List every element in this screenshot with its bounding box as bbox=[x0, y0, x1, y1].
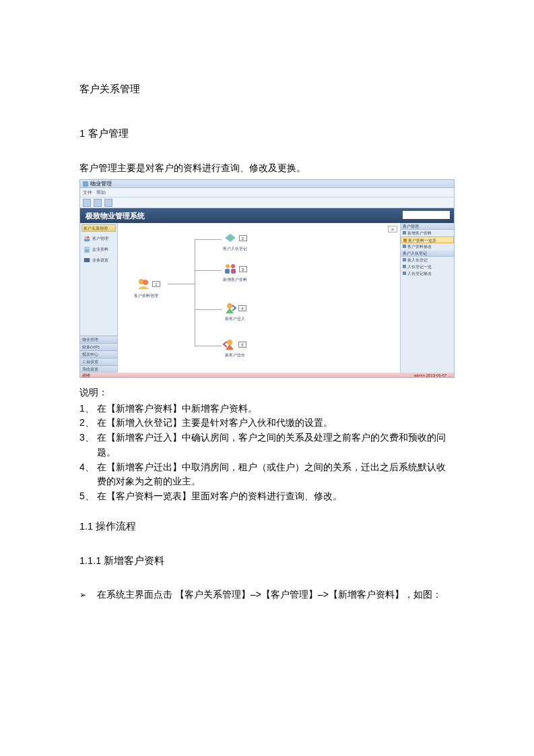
diagram-child-label: 新增客户资料 bbox=[223, 277, 247, 284]
svg-point-8 bbox=[143, 280, 148, 285]
diagram-child-label: 客户入伙登记 bbox=[223, 246, 247, 253]
document-title: 客户关系管理 bbox=[79, 81, 455, 97]
toolbar bbox=[80, 197, 454, 208]
svg-rect-13 bbox=[231, 269, 236, 274]
diagram-child-node[interactable]: 5 新客户迁出 bbox=[223, 338, 246, 359]
gear-icon bbox=[83, 256, 91, 264]
svg-point-14 bbox=[227, 303, 232, 309]
section-1-1-1-heading: 1.1.1 新增客户资料 bbox=[79, 553, 455, 569]
window-titlebar: 物业管理 bbox=[80, 180, 454, 188]
nav-section[interactable]: 物业管理 bbox=[80, 336, 117, 343]
menu-item-file[interactable]: 文件 bbox=[83, 189, 92, 196]
right-item[interactable]: 新入伙登记 bbox=[401, 257, 454, 263]
svg-point-10 bbox=[226, 264, 230, 268]
svg-rect-6 bbox=[84, 258, 90, 262]
svg-point-1 bbox=[87, 237, 90, 239]
users-group-icon bbox=[137, 277, 150, 290]
svg-rect-4 bbox=[86, 248, 87, 249]
search-input[interactable] bbox=[403, 211, 450, 219]
node-badge: 4 bbox=[238, 305, 246, 311]
bullet-arrow-icon: ➢ bbox=[79, 588, 97, 602]
diagram-root-node[interactable]: 1 bbox=[137, 277, 160, 290]
users-icon bbox=[83, 234, 91, 243]
node-badge: 1 bbox=[152, 281, 160, 287]
list-item: 3、在【新增客户迁入】中确认房间，客户之间的关系及处理之前客户的欠费和预收的问题… bbox=[79, 431, 455, 460]
left-panel-header: 客户关系管理 bbox=[81, 224, 116, 232]
diagram-root-label: 客户资料管理 bbox=[134, 293, 158, 300]
svg-rect-3 bbox=[84, 247, 89, 253]
left-sidebar: 客户关系管理 客户管理 企业资料 业务设置 物业管理 财务(VIP) 报表中心 bbox=[80, 223, 118, 373]
expand-button[interactable]: » bbox=[388, 226, 397, 232]
sidebar-item[interactable]: 企业资料 bbox=[81, 244, 116, 255]
sidebar-item-label: 客户管理 bbox=[92, 236, 108, 243]
node-badge: 5 bbox=[238, 342, 246, 348]
sidebar-item-label: 企业资料 bbox=[92, 247, 108, 253]
right-item[interactable]: 入伙登记一览 bbox=[401, 263, 454, 270]
svg-rect-12 bbox=[225, 269, 230, 274]
section-1-heading: 1 客户管理 bbox=[79, 125, 455, 141]
sidebar-item[interactable]: 业务设置 bbox=[81, 255, 116, 265]
section-1-intro: 客户管理主要是对客户的资料进行查询、修改及更换。 bbox=[79, 160, 455, 175]
handshake-icon bbox=[224, 231, 237, 245]
menu-item-help[interactable]: 帮助 bbox=[96, 189, 106, 196]
status-left: 就绪 bbox=[82, 373, 90, 378]
right-item-highlighted[interactable]: 客户资料一览表 bbox=[401, 237, 454, 243]
svg-point-15 bbox=[227, 340, 232, 345]
right-sidebar: 客户管理 新增客户资料 客户资料一览表 客户资料修改 客户入伙登记 新入伙登记 … bbox=[400, 223, 454, 373]
center-canvas: » 1 客户资料管理 2 客户入伙登记 bbox=[118, 223, 400, 373]
svg-point-11 bbox=[231, 264, 235, 268]
app-screenshot: 物业管理 文件 帮助 极致物业管理系统 客户关系管理 客户管理 企业资料 bbox=[79, 179, 455, 378]
list-item: 4、在【新增客户迁出】中取消房间，租户（或住户）之间的关系，迁出之后系统默认收费… bbox=[79, 460, 455, 489]
banner-title: 极致物业管理系统 bbox=[86, 210, 145, 222]
app-banner: 极致物业管理系统 bbox=[80, 208, 454, 223]
right-item[interactable]: 新增客户资料 bbox=[401, 230, 454, 237]
right-group-header[interactable]: 客户管理 bbox=[401, 223, 454, 230]
list-item: 5、在【客户资料一览表】里面对客户的资料进行查询、修改。 bbox=[79, 489, 455, 504]
right-item[interactable]: 客户资料修改 bbox=[401, 243, 454, 250]
status-bar: 就绪 admin 2013-06-07 … bbox=[80, 373, 454, 378]
diagram-child-node[interactable]: 2 客户入伙登记 bbox=[223, 231, 247, 253]
window-title-text: 物业管理 bbox=[90, 180, 112, 189]
nav-section[interactable]: 工具设置 bbox=[80, 358, 117, 365]
sidebar-item[interactable]: 客户管理 bbox=[81, 233, 116, 244]
svg-rect-5 bbox=[88, 248, 89, 249]
move-in-icon bbox=[223, 301, 236, 315]
toolbar-button[interactable] bbox=[83, 199, 91, 207]
nav-section[interactable]: 报表中心 bbox=[80, 350, 117, 358]
step-item: ➢ 在系统主界面点击 【客户关系管理】–>【客户管理】–>【新增客户资料】，如图… bbox=[79, 588, 455, 602]
svg-rect-2 bbox=[84, 239, 90, 242]
status-right: admin 2013-06-07 … bbox=[414, 373, 452, 378]
nav-section[interactable]: 系统设置 bbox=[80, 365, 117, 373]
app-icon bbox=[83, 181, 88, 187]
people-icon bbox=[224, 262, 237, 276]
step-text: 在系统主界面点击 【客户关系管理】–>【客户管理】–>【新增客户资料】，如图： bbox=[97, 588, 455, 602]
nav-section[interactable]: 财务(VIP) bbox=[80, 343, 117, 350]
section-1-1-heading: 1.1 操作流程 bbox=[79, 519, 455, 534]
node-badge: 3 bbox=[239, 266, 247, 272]
right-group-header[interactable]: 客户入伙登记 bbox=[401, 250, 454, 257]
description-list: 1、在【新增客户资料】中新增客户资料。 2、在【新增入伙登记】主要是针对客户入伙… bbox=[79, 402, 455, 504]
menubar: 文件 帮助 bbox=[80, 188, 454, 197]
toolbar-button[interactable] bbox=[94, 199, 102, 207]
diagram-child-node[interactable]: 3 新增客户资料 bbox=[223, 262, 247, 284]
right-item[interactable]: 入伙登记修改 bbox=[401, 270, 454, 277]
sidebar-item-label: 业务设置 bbox=[92, 257, 108, 264]
building-icon bbox=[83, 245, 91, 253]
move-out-icon bbox=[223, 338, 236, 351]
diagram-child-label: 新客户迁出 bbox=[225, 352, 245, 359]
description-label: 说明： bbox=[79, 385, 455, 400]
toolbar-button[interactable] bbox=[104, 199, 112, 207]
svg-point-9 bbox=[228, 236, 232, 240]
list-item: 2、在【新增入伙登记】主要是针对客户入伙和代缴的设置。 bbox=[79, 416, 455, 431]
node-badge: 2 bbox=[239, 235, 247, 241]
svg-point-0 bbox=[84, 237, 87, 239]
list-item: 1、在【新增客户资料】中新增客户资料。 bbox=[79, 402, 455, 416]
diagram-child-label: 新客户迁入 bbox=[225, 316, 245, 323]
diagram-child-node[interactable]: 4 新客户迁入 bbox=[223, 301, 246, 323]
